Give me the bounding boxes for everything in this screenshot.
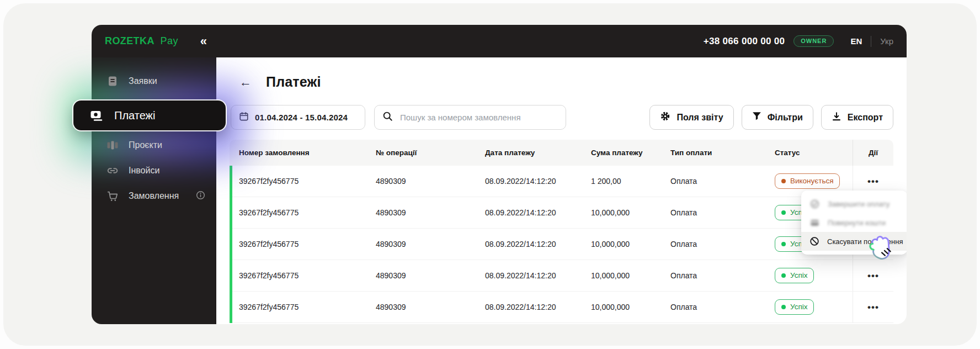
projects-icon xyxy=(106,139,119,152)
cancel-ban-icon xyxy=(809,236,819,247)
menu-item-finish-payment[interactable]: Завершити оплату xyxy=(801,194,907,213)
sidebar-item-label: Заявки xyxy=(129,76,157,86)
table-row[interactable]: 39267f2fy456775 4890309 08.09.2022/14:12… xyxy=(232,260,893,292)
table-row[interactable]: 39267f2fy456775 4890309 08.09.2022/14:12… xyxy=(232,229,893,260)
filters-button[interactable]: Фільтри xyxy=(742,105,813,130)
document-icon xyxy=(106,75,119,88)
toolbar-buttons: Поля звіту Фільтри Експорт xyxy=(649,105,893,130)
main-content: ← Платежі 01.04.2024 - 15.04.2024 xyxy=(216,57,907,324)
status-dot xyxy=(781,305,786,309)
refund-card-icon xyxy=(809,218,820,228)
cell-payment-amount: 10,000,000 xyxy=(591,271,670,280)
cell-payment-date: 08.09.2022/14:12:20 xyxy=(485,177,591,186)
calendar-icon xyxy=(239,112,249,124)
cell-order-number: 39267f2fy456775 xyxy=(239,303,376,311)
status-badge: Успіх xyxy=(775,268,814,283)
account-phone: +38 066 000 00 00 xyxy=(704,36,785,47)
table-header-row: Номер замовлення № операції Дата платежу… xyxy=(230,140,893,166)
header-payment-date: Дата платежу xyxy=(485,149,591,157)
header-actions: Дії xyxy=(853,140,893,166)
lang-divider xyxy=(871,36,871,47)
cell-order-number: 39267f2fy456775 xyxy=(239,208,376,217)
status-dot xyxy=(781,273,786,278)
app-body: Заявки Платежі Проєкти xyxy=(92,57,907,324)
filter-funnel-icon xyxy=(752,112,761,123)
table-row[interactable]: 39267f2fy456775 4890309 08.09.2022/14:12… xyxy=(232,166,893,197)
status-dot xyxy=(781,242,786,246)
table-body: 39267f2fy456775 4890309 08.09.2022/14:12… xyxy=(230,166,893,323)
header-payment-type: Тип оплати xyxy=(670,149,775,157)
toolbar: 01.04.2024 - 15.04.2024 По xyxy=(231,105,893,130)
sidebar-item-label: Замовлення xyxy=(129,191,179,201)
header-operation-number: № операції xyxy=(376,149,485,157)
status-dot xyxy=(781,179,786,183)
row-actions-button[interactable]: ••• xyxy=(864,173,882,189)
header-order-number: Номер замовлення xyxy=(239,149,376,157)
link-icon xyxy=(106,164,119,177)
status-badge: Успіх xyxy=(775,299,814,315)
sidebar-item-platezhi-active[interactable]: Платежі xyxy=(73,101,226,130)
cell-order-number: 39267f2fy456775 xyxy=(239,177,376,186)
row-actions-button[interactable]: ••• xyxy=(864,299,882,315)
cell-payment-type: Оплата xyxy=(670,303,775,311)
payments-icon xyxy=(89,108,104,123)
screenshot-canvas: ROZETKA Pay « +38 066 000 00 00 OWNER EN… xyxy=(0,0,980,349)
lang-switch-ukr[interactable]: Укр xyxy=(880,36,893,46)
gear-icon xyxy=(660,111,670,124)
cell-payment-amount: 10,000,000 xyxy=(591,303,670,311)
cell-payment-amount: 1 200,00 xyxy=(591,177,670,186)
date-range-value: 01.04.2024 - 15.04.2024 xyxy=(255,113,348,122)
search-input[interactable] xyxy=(399,112,558,123)
cart-icon xyxy=(106,189,119,203)
sidebar-item-zamovlennia[interactable]: Замовлення xyxy=(92,183,216,209)
sidebar-item-label: Платежі xyxy=(114,109,155,122)
info-icon[interactable] xyxy=(196,191,205,202)
sidebar-item-label: Проєкти xyxy=(129,140,162,150)
sidebar-collapse-icon[interactable]: « xyxy=(200,35,207,47)
payments-table: Номер замовлення № операції Дата платежу… xyxy=(230,140,893,323)
cell-operation-number: 4890309 xyxy=(376,177,485,186)
sidebar-item-proekty[interactable]: Проєкти xyxy=(92,133,216,158)
cell-payment-date: 08.09.2022/14:12:20 xyxy=(485,303,591,311)
status-dot xyxy=(781,210,786,215)
row-actions-menu: Завершити оплату Повернути кошти Скасува… xyxy=(801,191,907,255)
cell-payment-amount: 10,000,000 xyxy=(591,240,670,248)
rozetka-pay-logo: ROZETKA Pay xyxy=(105,35,178,47)
page-title: Платежі xyxy=(266,74,321,90)
sidebar-item-zayavky[interactable]: Заявки xyxy=(92,68,216,94)
cell-operation-number: 4890309 xyxy=(376,240,485,248)
cell-payment-date: 08.09.2022/14:12:20 xyxy=(485,240,591,248)
cell-operation-number: 4890309 xyxy=(376,271,485,280)
search-field[interactable] xyxy=(374,105,566,130)
cell-payment-amount: 10,000,000 xyxy=(591,208,670,217)
page-header: ← Платежі xyxy=(239,74,321,90)
table-row[interactable]: 39267f2fy456775 4890309 08.09.2022/14:12… xyxy=(232,197,893,229)
export-button[interactable]: Експорт xyxy=(821,105,893,130)
cell-payment-type: Оплата xyxy=(670,240,775,248)
lang-switch-en[interactable]: EN xyxy=(850,36,862,46)
sidebar-item-label: Інвойси xyxy=(129,166,159,176)
download-icon xyxy=(832,112,841,124)
date-range-picker[interactable]: 01.04.2024 - 15.04.2024 xyxy=(231,105,365,130)
cell-operation-number: 4890309 xyxy=(376,208,485,217)
cell-order-number: 39267f2fy456775 xyxy=(239,240,376,248)
back-arrow-icon[interactable]: ← xyxy=(239,76,252,88)
cell-operation-number: 4890309 xyxy=(376,303,485,311)
report-fields-button[interactable]: Поля звіту xyxy=(649,105,733,130)
app-window: ROZETKA Pay « +38 066 000 00 00 OWNER EN… xyxy=(92,25,907,324)
cell-order-number: 39267f2fy456775 xyxy=(239,271,376,280)
menu-item-cancel-refund[interactable]: Скасувати повернення xyxy=(801,232,907,251)
row-actions-button[interactable]: ••• xyxy=(864,268,882,284)
finish-payment-icon xyxy=(809,199,820,209)
menu-item-refund[interactable]: Повернути кошти xyxy=(801,213,907,232)
cell-payment-date: 08.09.2022/14:12:20 xyxy=(485,271,591,280)
owner-role-badge: OWNER xyxy=(793,35,834,47)
topbar-right: +38 066 000 00 00 OWNER EN Укр xyxy=(704,35,893,47)
sidebar-item-invoisy[interactable]: Інвойси xyxy=(92,158,216,183)
status-badge: Виконується xyxy=(775,173,840,189)
cell-payment-type: Оплата xyxy=(670,208,775,217)
table-row[interactable]: 39267f2fy456775 4890309 08.09.2022/14:12… xyxy=(232,292,893,323)
search-icon xyxy=(382,111,393,124)
cell-payment-type: Оплата xyxy=(670,271,775,280)
header-payment-amount: Сума платежу xyxy=(591,149,670,157)
